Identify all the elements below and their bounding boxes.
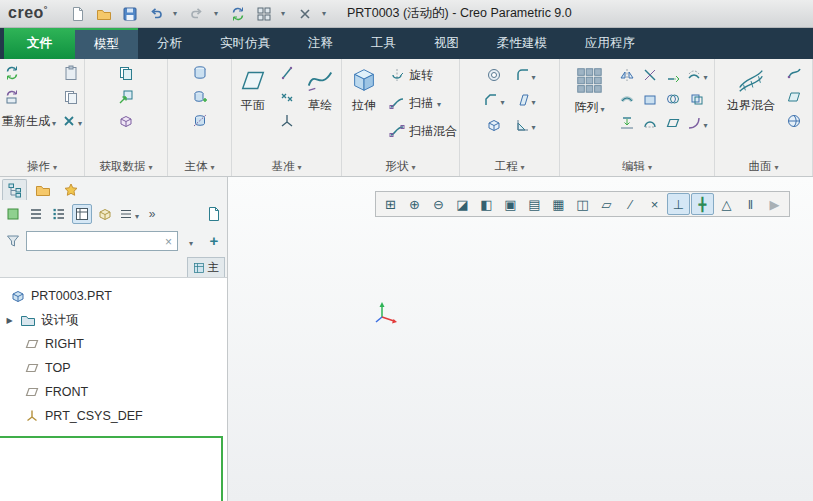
group-label-operations[interactable]: 操作 bbox=[0, 156, 84, 176]
tree-item-top[interactable]: TOP bbox=[0, 356, 227, 380]
group-label-get-data[interactable]: 获取数据 bbox=[85, 156, 167, 176]
model-tree-tab[interactable] bbox=[2, 179, 27, 200]
toolbar-overflow-button[interactable] bbox=[142, 204, 162, 224]
windows-dropdown[interactable] bbox=[281, 10, 289, 18]
solidify-icon[interactable] bbox=[640, 89, 660, 109]
user-defined-feature-icon[interactable] bbox=[116, 63, 136, 83]
regenerate-button[interactable]: 重新生成 bbox=[2, 113, 56, 130]
group-label-body[interactable]: 主体 bbox=[168, 156, 231, 176]
folder-browser-tab[interactable] bbox=[30, 179, 55, 200]
extrude-button[interactable]: 拉伸 bbox=[344, 63, 384, 114]
project-icon[interactable] bbox=[617, 113, 637, 133]
group-label-editing[interactable]: 编辑 bbox=[560, 156, 714, 176]
pattern-button[interactable]: 阵列 bbox=[566, 63, 612, 116]
swept-blend-button[interactable]: 扫描混合 bbox=[389, 119, 457, 143]
offset-icon[interactable] bbox=[686, 65, 707, 85]
group-label-surfaces[interactable]: 曲面 bbox=[715, 156, 812, 176]
regenerate-quick-icon[interactable] bbox=[229, 4, 248, 23]
delete-icon[interactable] bbox=[61, 111, 82, 131]
paste-icon[interactable] bbox=[61, 63, 81, 83]
save-icon[interactable] bbox=[121, 4, 140, 23]
sketch-button[interactable]: 草绘 bbox=[302, 63, 340, 114]
pattern-dropdown[interactable] bbox=[600, 101, 604, 115]
revolve-button[interactable]: 旋转 bbox=[389, 63, 433, 87]
play-button[interactable]: ▶ bbox=[763, 193, 786, 215]
delete-dropdown[interactable] bbox=[78, 112, 82, 130]
datum-plane-display-button[interactable]: ▱ bbox=[595, 193, 618, 215]
filter-dropdown[interactable] bbox=[181, 231, 201, 251]
sweep-dropdown[interactable] bbox=[437, 96, 441, 110]
annotation-display-button[interactable]: △ bbox=[715, 193, 738, 215]
offset-dropdown[interactable] bbox=[703, 66, 707, 84]
sweep-button[interactable]: 扫描 bbox=[389, 91, 441, 115]
tree-list-icon[interactable] bbox=[26, 204, 46, 224]
tree-settings-icon[interactable] bbox=[118, 204, 139, 224]
regenerate-manager-icon[interactable] bbox=[2, 87, 22, 107]
pause-button[interactable]: ‖ bbox=[739, 193, 762, 215]
bend-icon[interactable] bbox=[686, 113, 707, 133]
tree-item-front[interactable]: FRONT bbox=[0, 380, 227, 404]
undo-dropdown[interactable] bbox=[173, 10, 181, 18]
panel-tab-main[interactable]: 主 bbox=[187, 257, 226, 277]
datum-point-icon[interactable] bbox=[277, 87, 297, 107]
boundary-blend-button[interactable]: 边界混合 bbox=[723, 63, 779, 114]
tab-applications[interactable]: 应用程序 bbox=[566, 28, 654, 59]
regenerate-dropdown[interactable] bbox=[52, 115, 56, 129]
filter-funnel-icon[interactable] bbox=[3, 231, 23, 251]
tree-columns-icon[interactable] bbox=[49, 204, 69, 224]
extend-icon[interactable] bbox=[663, 65, 683, 85]
datum-axis-display-button[interactable]: ∕ bbox=[619, 193, 642, 215]
redo-icon[interactable] bbox=[188, 4, 207, 23]
spin-center-button[interactable]: ╋ bbox=[691, 193, 714, 215]
plane-button[interactable]: 平面 bbox=[234, 63, 272, 114]
zoom-region-button[interactable]: ⊞ bbox=[379, 193, 402, 215]
tab-model[interactable]: 模型 bbox=[75, 28, 138, 59]
refit-button[interactable]: ▣ bbox=[499, 193, 522, 215]
tab-view[interactable]: 视图 bbox=[415, 28, 478, 59]
round-icon[interactable] bbox=[515, 65, 536, 85]
mirror-icon[interactable] bbox=[617, 65, 637, 85]
undo-icon[interactable] bbox=[147, 4, 166, 23]
enhanced-realism-button[interactable]: ◧ bbox=[475, 193, 498, 215]
chamfer-icon[interactable] bbox=[483, 90, 504, 110]
wrap-icon[interactable] bbox=[640, 113, 660, 133]
saved-orientations-button[interactable]: ▤ bbox=[523, 193, 546, 215]
tree-part-icon[interactable] bbox=[3, 204, 23, 224]
datum-point-display-button[interactable]: × bbox=[643, 193, 666, 215]
tree-item-design-items[interactable]: 设计项 bbox=[0, 308, 227, 332]
tab-analysis[interactable]: 分析 bbox=[138, 28, 201, 59]
capture-button[interactable]: ▦ bbox=[547, 193, 570, 215]
flatten-icon[interactable] bbox=[663, 113, 683, 133]
tab-flexible-modeling[interactable]: 柔性建模 bbox=[478, 28, 566, 59]
zoom-in-button[interactable]: ⊕ bbox=[403, 193, 426, 215]
shell-icon[interactable] bbox=[483, 115, 504, 135]
group-label-engineering[interactable]: 工程 bbox=[460, 156, 559, 176]
draft-icon[interactable] bbox=[515, 90, 536, 110]
trim-icon[interactable] bbox=[640, 65, 660, 85]
default-csys-marker[interactable] bbox=[368, 299, 402, 333]
datum-axis-icon[interactable] bbox=[277, 63, 297, 83]
shrinkwrap-icon[interactable] bbox=[116, 111, 136, 131]
merge-icon[interactable] bbox=[686, 89, 707, 109]
favorites-tab[interactable] bbox=[58, 179, 83, 200]
repaint-button[interactable]: ◪ bbox=[451, 193, 474, 215]
copy-icon[interactable] bbox=[61, 87, 81, 107]
tree-item-csys[interactable]: PRT_CSYS_DEF bbox=[0, 404, 227, 428]
tab-tools[interactable]: 工具 bbox=[352, 28, 415, 59]
group-label-datum[interactable]: 基准 bbox=[232, 156, 341, 176]
import-icon[interactable] bbox=[116, 87, 136, 107]
clear-filter-icon[interactable] bbox=[160, 232, 177, 250]
close-window-icon[interactable] bbox=[296, 4, 315, 23]
graphics-area[interactable]: ⊞⊕⊖◪◧▣▤▦◫▱∕×⊥╋△‖▶ bbox=[228, 177, 813, 501]
display-style-button[interactable]: ◫ bbox=[571, 193, 594, 215]
chamfer-dropdown[interactable] bbox=[500, 91, 504, 109]
thicken-icon[interactable] bbox=[617, 89, 637, 109]
tab-annotate[interactable]: 注释 bbox=[289, 28, 352, 59]
redo-dropdown[interactable] bbox=[214, 10, 222, 18]
zoom-out-button[interactable]: ⊖ bbox=[427, 193, 450, 215]
draft-dropdown[interactable] bbox=[532, 91, 536, 109]
expander-icon[interactable] bbox=[4, 316, 15, 325]
style-icon[interactable] bbox=[784, 63, 804, 83]
detach-panel-icon[interactable] bbox=[204, 204, 224, 224]
csys-display-button[interactable]: ⊥ bbox=[667, 193, 690, 215]
